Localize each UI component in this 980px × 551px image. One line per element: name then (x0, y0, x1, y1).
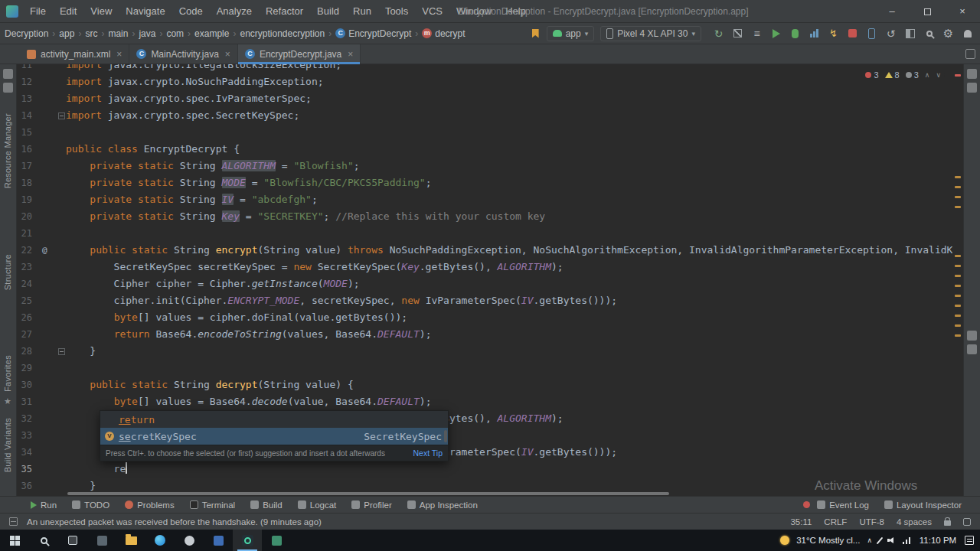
toolwindow-build-variants[interactable]: Build Variants (3, 418, 12, 472)
breadcrumb-item-decryption[interactable]: Decryption (3, 28, 50, 40)
code-line[interactable]: 17 private static String ALGORITHM = "Bl… (17, 158, 952, 174)
gutter[interactable] (32, 107, 66, 124)
task-view-button[interactable] (58, 530, 87, 551)
start-button[interactable] (0, 530, 29, 551)
code-line[interactable]: 28 } (17, 343, 952, 360)
weak-warning-count[interactable]: 3 (906, 70, 919, 80)
toolwindow-structure[interactable]: Structure (3, 254, 12, 290)
toolwindow-icon[interactable] (3, 83, 13, 93)
toolwindow-button-logcat[interactable]: Logcat (290, 497, 345, 513)
stop-button[interactable] (843, 24, 862, 43)
list-button[interactable] (747, 24, 766, 43)
code-line[interactable]: 25 cipher.init(Cipher.ENCRYPT_MODE, secr… (17, 292, 952, 309)
inspections-widget[interactable]: 3 8 3 ∧ ∨ (861, 70, 945, 80)
code-line[interactable]: 19 private static String IV = "abcdefgh"… (17, 191, 952, 208)
menu-code[interactable]: Code (172, 0, 210, 23)
stripe-mark[interactable] (955, 74, 961, 77)
tray-expand-icon[interactable]: ∧ (867, 536, 872, 544)
gutter[interactable] (32, 410, 66, 427)
popup-scrollbar[interactable] (444, 430, 447, 442)
stripe-mark[interactable] (955, 324, 961, 327)
tab-encryptdecrypt-java[interactable]: CEncryptDecrypt.java× (238, 44, 361, 64)
toolwindow-button-event-log[interactable]: Event Log (795, 500, 877, 510)
gutter[interactable] (32, 158, 66, 174)
taskbar-app-1[interactable] (87, 530, 116, 551)
stripe-mark[interactable] (955, 295, 961, 297)
tab-close-icon[interactable]: × (225, 49, 230, 60)
gutter[interactable] (32, 73, 66, 90)
code-line[interactable]: 22@ public static String encrypt(String … (17, 242, 952, 259)
code-line[interactable]: 11import javax.crypto.IllegalBlockSizeEx… (17, 64, 952, 73)
gutter[interactable] (32, 478, 66, 494)
gutter[interactable] (32, 360, 66, 377)
menu-tools[interactable]: Tools (378, 0, 415, 23)
toolwindow-favorites[interactable]: Favorites (3, 355, 12, 392)
stripe-mark[interactable] (955, 315, 961, 317)
menu-navigate[interactable]: Navigate (119, 0, 172, 23)
breadcrumb-item-java[interactable]: java (137, 28, 157, 40)
run-button[interactable] (766, 24, 786, 43)
apply-changes-button[interactable] (824, 24, 843, 43)
menu-file[interactable]: File (23, 0, 53, 23)
gutter[interactable] (32, 461, 66, 478)
toolwindow-button-profiler[interactable]: Profiler (344, 497, 399, 513)
breadcrumb-item-decrypt[interactable]: mdecrypt (420, 28, 466, 40)
gutter[interactable] (32, 343, 66, 360)
stripe-mark[interactable] (955, 186, 961, 188)
maximize-button[interactable] (910, 0, 945, 23)
menu-view[interactable]: View (83, 0, 119, 23)
toolwindow-icon[interactable] (3, 69, 13, 79)
sync-gradle-button[interactable] (881, 24, 900, 43)
gutter[interactable] (32, 208, 66, 225)
code-line[interactable]: 29 (17, 360, 952, 377)
gutter[interactable] (32, 225, 66, 242)
breadcrumb-item-app[interactable]: app (57, 28, 76, 40)
coverage-button[interactable] (728, 24, 747, 43)
stripe-mark[interactable] (955, 334, 961, 337)
gutter[interactable] (32, 191, 66, 208)
minimize-button[interactable]: – (874, 0, 910, 23)
code-line[interactable]: 21 (17, 225, 952, 242)
code-line[interactable]: 14import javax.crypto.spec.SecretKeySpec… (17, 107, 952, 124)
autocomplete-item-secretkeyspec[interactable]: VsecretKeySpecSecretKeySpec (100, 428, 448, 445)
code-line[interactable]: 23 SecretKeySpec secretKeySpec = new Sec… (17, 259, 952, 276)
weather-text[interactable]: 31°C Mostly cl... (796, 536, 860, 545)
menu-analyze[interactable]: Analyze (210, 0, 259, 23)
prev-problem-icon[interactable]: ∧ (925, 71, 930, 79)
search-button[interactable] (29, 530, 58, 551)
search-everywhere-button[interactable] (920, 24, 939, 43)
code-line[interactable]: 16public class EncryptDecrypt { (17, 141, 952, 158)
stripe-mark[interactable] (955, 255, 961, 257)
gutter[interactable] (32, 444, 66, 461)
menu-build[interactable]: Build (310, 0, 346, 23)
gutter[interactable]: @ (32, 242, 66, 259)
device-select[interactable]: Pixel 4 XL API 30 ▾ (600, 26, 701, 41)
network-icon[interactable] (903, 537, 911, 544)
tab-close-icon[interactable]: × (116, 49, 122, 60)
autocomplete-item-return[interactable]: return (100, 411, 448, 428)
settings-button[interactable] (939, 24, 958, 43)
horizontal-scrollbar[interactable] (67, 492, 669, 495)
line-separator[interactable]: CRLF (824, 517, 847, 527)
gutter[interactable] (32, 427, 66, 444)
tab-close-icon[interactable]: × (348, 49, 353, 60)
code-line[interactable]: 26 byte[] values = cipher.doFinal(value.… (17, 309, 952, 326)
code-line[interactable]: 35 re (17, 461, 952, 478)
edge-browser-button[interactable] (145, 530, 175, 551)
code-line[interactable]: 24 Cipher cipher = Cipher.getInstance(MO… (17, 276, 952, 292)
scrollbar-error-stripe[interactable] (952, 64, 963, 496)
volume-icon[interactable] (887, 537, 896, 543)
sync-button[interactable] (709, 24, 728, 43)
device-manager-button[interactable] (862, 24, 881, 43)
fold-icon[interactable] (58, 348, 65, 355)
notifications-button[interactable] (958, 24, 977, 43)
toolwindow-button-app-inspection[interactable]: App Inspection (400, 497, 485, 513)
code-line[interactable]: 12import javax.crypto.NoSuchPaddingExcep… (17, 73, 952, 90)
status-message[interactable]: An unexpected packet was received before… (27, 517, 322, 527)
toolwindow-resource-manager[interactable]: Resource Manager (3, 113, 12, 188)
gutter[interactable] (32, 393, 66, 410)
code-line[interactable]: 15 (17, 124, 952, 141)
caret-position[interactable]: 35:11 (790, 517, 812, 527)
file-encoding[interactable]: UTF-8 (859, 517, 884, 527)
gutter[interactable] (32, 174, 66, 191)
